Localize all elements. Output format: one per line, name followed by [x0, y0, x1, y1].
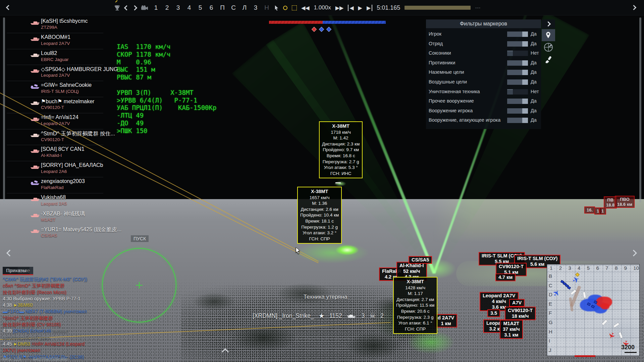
- player-row[interactable]: =GIW= SahneCookieIRIS-T SLM (СОЦ): [0, 81, 104, 97]
- player-name: KABOOM#1: [41, 34, 70, 40]
- pvo-badge-line: 16.: [587, 207, 593, 213]
- camera-slot-4[interactable]: 4: [186, 4, 193, 11]
- toggle-thumb: [522, 108, 528, 114]
- camera-mode-p[interactable]: П: [219, 4, 226, 11]
- filter-toggle[interactable]: [507, 79, 528, 85]
- red-team-score: [269, 21, 323, 24]
- filter-label: Вооружение, атакующее игрока: [429, 117, 500, 123]
- missile-stat: Перегрузка: 2.7 g: [322, 159, 360, 165]
- next-camera-icon[interactable]: [132, 5, 138, 10]
- vehicles-icon: [346, 313, 357, 318]
- sensors-tab[interactable]: [542, 43, 554, 53]
- filter-toggle[interactable]: [507, 41, 528, 47]
- prev-frame-button[interactable]: ◀: [348, 5, 354, 11]
- markers-tab[interactable]: [542, 29, 555, 41]
- camera-mode-s[interactable]: С: [230, 4, 237, 11]
- player-row[interactable]: -XBZAB- 神域残璃M1A2T: [0, 210, 104, 225]
- missile-stat: М: 1.36: [300, 200, 339, 206]
- aa-icon: [30, 180, 40, 185]
- grid-column-label: 10: [633, 265, 639, 271]
- filter-toggle[interactable]: [507, 108, 528, 114]
- player-row[interactable]: [KaSH] t5cshbycmcZTZ99A: [0, 17, 104, 33]
- player-vehicle: CS/SA5: [41, 233, 57, 238]
- left-list-scrollbar[interactable]: [3, 17, 5, 202]
- team-score-bar: [269, 21, 386, 24]
- back-chevron-icon[interactable]: [6, 5, 11, 10]
- chat-line: 4:38 ►3БМ60: [3, 302, 101, 308]
- row-separator: [7, 193, 103, 193]
- filter-value: Нет: [531, 50, 539, 56]
- filter-toggle[interactable]: [507, 32, 528, 37]
- player-row[interactable]: ⚑buch⚑ metzelmakerCV90120-T: [0, 98, 104, 113]
- filter-toggle[interactable]: [507, 99, 528, 104]
- tracking-frame-icon[interactable]: [292, 5, 297, 10]
- player-name: [SOAI] 8CY CAN1: [41, 146, 85, 152]
- filter-toggle[interactable]: [507, 70, 528, 75]
- launch-indicator: ПУСК: [131, 235, 149, 242]
- collapse-panel-button[interactable]: [542, 19, 555, 28]
- camera-slot-3[interactable]: 3: [175, 4, 181, 11]
- camera-slot-6[interactable]: 6: [208, 4, 215, 11]
- camera-mode-z[interactable]: 3: [252, 4, 259, 11]
- seek-bar[interactable]: [405, 6, 471, 10]
- player-name: Loul82: [41, 50, 57, 56]
- minimap[interactable]: 12345678910 BCDEFGHIJ ✈✈✈✈ 3200: [547, 264, 640, 356]
- camera-icon[interactable]: [141, 5, 148, 11]
- row-separator: [7, 97, 103, 97]
- row-separator: [7, 65, 103, 65]
- missile-info-box: Х-38МТ1718 км/чМ: 1.42Дистанция: 2.3 кмП…: [319, 121, 363, 178]
- player-name: [XRDMN] _Iron_Strike_: [253, 312, 314, 319]
- missile-name: Х-38МТ: [300, 189, 339, 195]
- forward-chevron-icon[interactable]: [631, 5, 637, 10]
- player-vehicle: M1A2T: [41, 217, 56, 222]
- chat-line: 按住彩叶察到晕 (Recon Micro): [3, 289, 101, 296]
- replay-time: 5:01.165: [377, 4, 400, 11]
- player-vehicle: Leopard 2A7V: [41, 41, 70, 46]
- chat-line: ^StmD^ 玉笋初辞鵺鹭群: [3, 315, 101, 321]
- pointer-icon[interactable]: [274, 5, 279, 11]
- friendly-vehicle-marker: [567, 286, 571, 289]
- grid-row-label: E: [549, 301, 552, 307]
- marker-circle-icon[interactable]: [283, 6, 287, 10]
- blue-team-score: [323, 21, 386, 24]
- row-separator: [7, 225, 103, 225]
- awards-icon[interactable]: [114, 5, 120, 11]
- missile-stat: Дистанция: 2.3 км: [322, 141, 360, 147]
- aa-icon: [30, 84, 40, 89]
- filter-row: Наземные целиДа: [426, 68, 541, 77]
- camera-slot-2[interactable]: 2: [164, 4, 170, 11]
- filter-toggle[interactable]: [507, 51, 528, 56]
- player-row[interactable]: ◇SP504◇ HAMBURGER JUNGLeopard 2A7V: [0, 65, 104, 81]
- prev-camera-icon[interactable]: [124, 5, 129, 10]
- chat-tab-3[interactable]: Приказы: [3, 267, 30, 274]
- player-row[interactable]: [SORRY] OHA_Е6АЛАСbLeopard 2A6: [0, 162, 104, 177]
- row-separator: [7, 161, 103, 161]
- fast-forward-button[interactable]: ▶▶: [335, 5, 344, 11]
- right-list-scrollbar[interactable]: [639, 17, 641, 202]
- next-frame-button[interactable]: ▶: [367, 5, 372, 11]
- camera-slot-1[interactable]: 1: [153, 4, 159, 11]
- filter-toggle[interactable]: [507, 60, 528, 66]
- player-vehicle: Leopard 2A7V: [41, 121, 70, 126]
- toggle-thumb: [522, 70, 528, 75]
- player-row[interactable]: KABOOM#1Leopard 2A7V: [0, 34, 104, 49]
- camera-slot-5[interactable]: 5: [197, 4, 204, 11]
- filter-row: ПротивникиДа: [426, 58, 541, 68]
- play-button[interactable]: ▶: [358, 5, 362, 11]
- player-row[interactable]: zengxiaotong2003FlaRakRad: [0, 178, 104, 193]
- player-row[interactable]: =YUR1= Matvey5425 (靓金脆皮...CS/SA5: [0, 226, 104, 241]
- player-row[interactable]: Vukisha68Leopard 2A5: [0, 194, 104, 209]
- player-row[interactable]: Loul82EBRC Jaguar: [0, 50, 104, 65]
- rewind-button[interactable]: ◀◀: [301, 5, 310, 11]
- missile-stat: Перегрузка: 2.3 g: [396, 314, 434, 320]
- filter-toggle[interactable]: [507, 89, 528, 95]
- filter-toggle[interactable]: [507, 118, 528, 123]
- camera-mode-l[interactable]: Л: [241, 4, 248, 11]
- deaths-count: 2: [380, 312, 384, 319]
- player-row[interactable]: ^StmD^ 玉笋初辞鵺鹭群 按住...CV90120-T: [0, 130, 104, 145]
- playback-speed[interactable]: 1.000x: [314, 4, 331, 11]
- paint-tab[interactable]: [543, 55, 554, 65]
- player-row[interactable]: =Infi= AnVai124Leopard 2A7V: [0, 114, 104, 129]
- player-row[interactable]: [SOAI] 8CY CAN1Al-Khalid-I: [0, 145, 104, 161]
- player-name: =YUR1= Matvey5425 (靓金脆皮...: [41, 226, 121, 233]
